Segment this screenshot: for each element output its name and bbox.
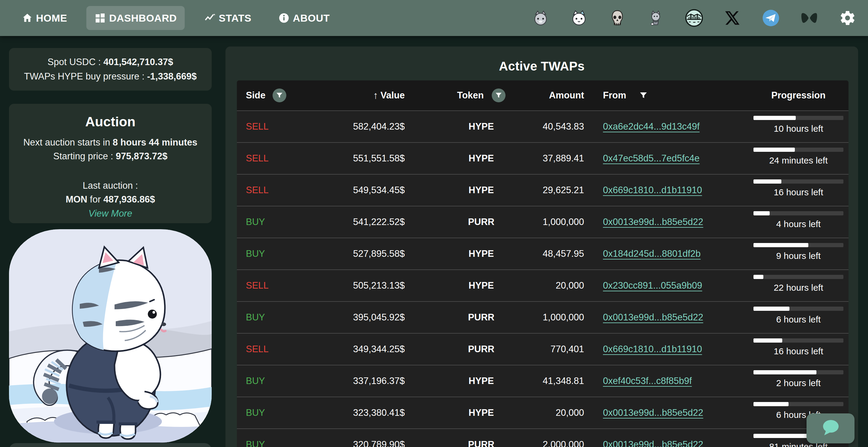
amount-cell: 37,889.41: [465, 153, 584, 164]
table-row: SELL 551,551.58$ HYPE 37,889.41 0x47ec58…: [237, 142, 848, 174]
side-cell: BUY: [246, 439, 265, 447]
time-left-label: 4 hours left: [736, 219, 848, 229]
from-address-link[interactable]: 0x0013e99d...b85e5d22: [603, 217, 703, 227]
table-row: BUY 337,196.37$ HYPE 41,348.81 0xef40c53…: [237, 365, 848, 396]
progression-cell: 24 minutes left: [753, 143, 843, 174]
from-address-link[interactable]: 0x230cc891...055a9b09: [603, 280, 702, 291]
header-progression: Progression: [753, 90, 843, 101]
butterfly-logo-icon[interactable]: [800, 8, 819, 28]
from-address-link[interactable]: 0xef40c53f...c8f85b9f: [603, 376, 692, 386]
chat-launcher-button[interactable]: [807, 413, 855, 443]
side-cell: BUY: [246, 376, 265, 386]
side-filter-icon[interactable]: [273, 89, 286, 102]
value-cell: 323,380.41$: [303, 408, 405, 418]
buy-pressure-line: TWAPs HYPE buy pressure : -1,338,669$: [24, 70, 197, 83]
from-address-link[interactable]: 0x0013e99d...b85e5d22: [603, 408, 703, 418]
time-left-label: 22 hours left: [736, 282, 848, 293]
nav-item-about[interactable]: ABOUT: [271, 6, 337, 30]
header-side: Side: [246, 89, 286, 102]
table-row: BUY 320,789.90$ PURR 2,000,000 0x0013e99…: [237, 428, 848, 447]
value-cell: 551,551.58$: [303, 153, 405, 164]
table-row: SELL 582,404.23$ HYPE 40,543.83 0xa6e2dc…: [237, 110, 848, 142]
from-address-link[interactable]: 0xa6e2dc44...9d13c49f: [603, 121, 700, 132]
from-address-link[interactable]: 0x184d245d...8801df2b: [603, 248, 701, 259]
cat-illustration: [9, 229, 212, 443]
nav-item-label: ABOUT: [292, 12, 330, 24]
header-amount: Amount: [465, 90, 584, 101]
view-more-link[interactable]: View More: [88, 208, 132, 219]
header-value[interactable]: ↑ Value: [303, 90, 405, 101]
progression-cell: 2 hours left: [753, 365, 843, 396]
progression-cell: 6 hours left: [753, 302, 843, 333]
nav-item-stats[interactable]: STATS: [196, 6, 259, 30]
progress-bar: [753, 179, 843, 184]
amount-cell: 20,000: [465, 408, 584, 418]
nav-item-dashboard[interactable]: DASHBOARD: [86, 6, 185, 30]
hooded-cat-avatar-icon[interactable]: [646, 8, 665, 28]
progress-bar: [753, 402, 843, 406]
settings-gear-icon[interactable]: [838, 8, 857, 28]
white-cat-avatar-icon[interactable]: [569, 8, 589, 28]
gray-cat-avatar-icon[interactable]: [531, 8, 550, 28]
amount-cell: 1,000,000: [465, 312, 584, 323]
table-row: SELL 349,344.25$ PURR 770,401 0x669c1810…: [237, 333, 848, 365]
amount-cell: 770,401: [465, 344, 584, 355]
amount-cell: 40,543.83: [465, 121, 584, 132]
telegram-icon[interactable]: [761, 8, 780, 28]
time-left-label: 9 hours left: [736, 251, 848, 261]
progress-bar: [753, 338, 843, 342]
time-left-label: 24 minutes left: [736, 155, 848, 166]
info-icon: [278, 12, 290, 24]
progress-bar: [753, 307, 843, 311]
from-address-link[interactable]: 0x669c1810...d1b11910: [603, 185, 702, 195]
header-from: From: [603, 90, 648, 101]
amount-cell: 48,457.95: [465, 248, 584, 259]
progression-cell: 9 hours left: [753, 238, 843, 269]
value-cell: 320,789.90$: [303, 439, 405, 447]
side-cell: SELL: [246, 280, 269, 291]
amount-cell: 41,348.81: [465, 376, 584, 386]
bottom-panel-sliver: [9, 443, 212, 447]
side-cell: BUY: [246, 248, 265, 259]
sort-ascending-icon[interactable]: ↑: [373, 90, 378, 101]
last-auction-token: MON: [66, 194, 87, 205]
top-navbar: HOME DASHBOARD STATS ABOUT: [0, 0, 868, 36]
x-twitter-icon[interactable]: [723, 8, 742, 28]
nav-links: HOME DASHBOARD STATS ABOUT: [0, 6, 338, 30]
table-row: BUY 527,895.58$ HYPE 48,457.95 0x184d245…: [237, 238, 848, 269]
table-title: Active TWAPs: [225, 59, 858, 73]
spot-usdc-value: 401,542,710.37$: [103, 57, 173, 67]
table-row: BUY 323,380.41$ HYPE 20,000 0x0013e99d..…: [237, 396, 848, 428]
progress-bar: [753, 370, 843, 375]
from-filter-icon[interactable]: [639, 91, 648, 100]
starting-price-line: Starting price : 975,873.72$: [9, 150, 212, 162]
time-left-label: 10 hours left: [736, 124, 848, 134]
amount-cell: 20,000: [465, 280, 584, 291]
progress-bar: [753, 243, 843, 247]
last-auction-value: 487,936.86$: [103, 194, 155, 205]
time-left-label: 6 hours left: [736, 315, 848, 325]
auction-card: Auction Next auction starts in 8 hours 4…: [9, 104, 212, 223]
from-address-link[interactable]: 0x0013e99d...b85e5d22: [603, 312, 703, 323]
table-rows: SELL 582,404.23$ HYPE 40,543.83 0xa6e2dc…: [237, 110, 848, 447]
progression-cell: 4 hours left: [753, 206, 843, 238]
auction-title: Auction: [9, 114, 212, 129]
side-cell: SELL: [246, 121, 269, 132]
time-left-label: 2 hours left: [736, 378, 848, 388]
side-cell: BUY: [246, 408, 265, 418]
progression-cell: 16 hours left: [753, 334, 843, 365]
last-auction-line: MON for 487,936.86$: [9, 193, 212, 206]
table-row: SELL 505,213.13$ HYPE 20,000 0x230cc891.…: [237, 269, 848, 301]
twap-dashboard-page: { "nav": { "items": [ {"label": "HOME", …: [0, 0, 868, 447]
skull-avatar-icon[interactable]: [608, 8, 627, 28]
value-cell: 337,196.37$: [303, 376, 405, 386]
bridge-badge-icon[interactable]: [684, 8, 704, 28]
time-left-label: 16 hours left: [736, 187, 848, 198]
from-address-link[interactable]: 0x47ec58d5...7ed5fc4e: [603, 153, 700, 163]
progress-bar: [753, 211, 843, 215]
value-cell: 527,895.58$: [303, 248, 405, 259]
from-address-link[interactable]: 0x669c1810...d1b11910: [603, 344, 702, 354]
from-address-link[interactable]: 0x0013e99d...b85e5d22: [603, 439, 703, 447]
active-twaps-panel: Active TWAPs Side ↑ Value Token Amount: [225, 47, 858, 447]
nav-item-home[interactable]: HOME: [14, 6, 75, 30]
